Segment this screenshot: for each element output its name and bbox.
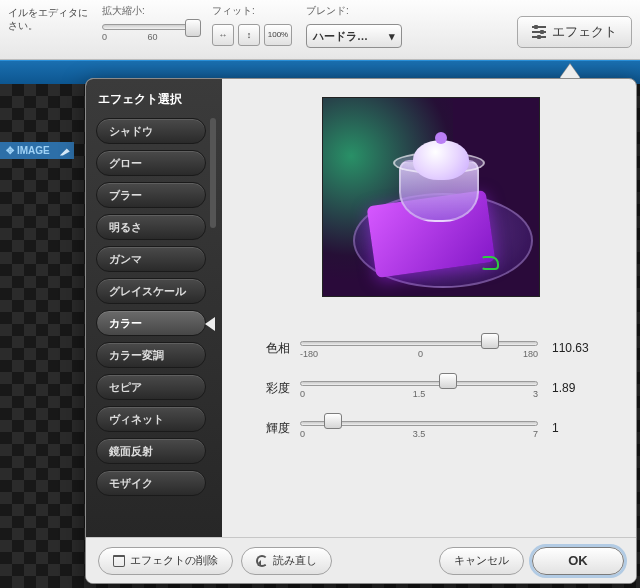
blend-value: ハードラ…	[313, 29, 368, 44]
dialog-footer: エフェクトの削除 読み直し キャンセル OK	[86, 537, 636, 583]
undo-icon	[256, 555, 268, 567]
image-badge[interactable]: ✥ IMAGE	[0, 142, 74, 159]
effect-item-6[interactable]: カラー	[96, 310, 206, 336]
effect-button-label: エフェクト	[552, 23, 617, 41]
hint-text: イルをエディタにさい。	[8, 4, 88, 32]
param-mid: 0	[418, 349, 423, 359]
param-row-1: 彩度01.531.89	[250, 377, 612, 399]
effect-item-5[interactable]: グレイスケール	[96, 278, 206, 304]
effect-item-0[interactable]: シャドウ	[96, 118, 206, 144]
effect-sidebar: エフェクト選択 シャドウグローブラー明るさガンマグレイスケールカラーカラー変調セ…	[86, 79, 222, 537]
effect-item-3[interactable]: 明るさ	[96, 214, 206, 240]
zoom-label: 拡大縮小:	[102, 4, 198, 18]
zoom-100pct-button[interactable]: 100%	[264, 24, 292, 46]
fit-label: フィット:	[212, 4, 292, 18]
param-label: 色相	[250, 340, 290, 357]
effect-item-9[interactable]: ヴィネット	[96, 406, 206, 432]
param-thumb[interactable]	[439, 373, 457, 389]
dialog-pointer	[560, 64, 580, 78]
effect-item-11[interactable]: モザイク	[96, 470, 206, 496]
top-toolbar: イルをエディタにさい。 拡大縮小: 0 60 フィット: ↔ ↕ 100% ブレ…	[0, 0, 640, 60]
param-row-0: 色相-1800180110.63	[250, 337, 612, 359]
param-min: 0	[300, 429, 305, 439]
delete-effect-label: エフェクトの削除	[130, 553, 218, 568]
effect-preview	[322, 97, 540, 297]
fit-group: フィット: ↔ ↕ 100%	[212, 4, 292, 46]
reset-button[interactable]: 読み直し	[241, 547, 332, 575]
fit-vertical-button[interactable]: ↕	[238, 24, 260, 46]
param-mid: 1.5	[413, 389, 426, 399]
effect-item-2[interactable]: ブラー	[96, 182, 206, 208]
effect-button[interactable]: エフェクト	[517, 16, 632, 48]
image-badge-text: IMAGE	[17, 145, 50, 156]
blend-label: ブレンド:	[306, 4, 402, 18]
param-slider[interactable]	[300, 421, 538, 426]
zoom-group: 拡大縮小: 0 60	[102, 4, 198, 42]
zoom-thumb[interactable]	[185, 19, 201, 37]
effect-item-1[interactable]: グロー	[96, 150, 206, 176]
param-min: 0	[300, 389, 305, 399]
sidebar-scrollbar[interactable]	[210, 118, 216, 228]
param-min: -180	[300, 349, 318, 359]
move-icon: ✥	[6, 145, 14, 156]
fit-horizontal-button[interactable]: ↔	[212, 24, 234, 46]
effect-item-7[interactable]: カラー変調	[96, 342, 206, 368]
image-badge-edit[interactable]	[56, 142, 74, 159]
delete-effect-button[interactable]: エフェクトの削除	[98, 547, 233, 575]
cancel-button[interactable]: キャンセル	[439, 547, 524, 575]
image-badge-move[interactable]: ✥ IMAGE	[0, 142, 56, 159]
chevron-down-icon: ▾	[389, 30, 395, 43]
cancel-label: キャンセル	[454, 553, 509, 568]
param-value: 1.89	[552, 381, 612, 395]
zoom-slider[interactable]	[102, 24, 198, 30]
param-label: 輝度	[250, 420, 290, 437]
reset-label: 読み直し	[273, 553, 317, 568]
param-value: 1	[552, 421, 612, 435]
param-thumb[interactable]	[481, 333, 499, 349]
dialog-title: エフェクト選択	[98, 91, 216, 108]
effect-item-10[interactable]: 鏡面反射	[96, 438, 206, 464]
param-max: 7	[533, 429, 538, 439]
blend-group: ブレンド: ハードラ… ▾	[306, 4, 402, 48]
pen-icon	[60, 146, 70, 156]
sliders-icon	[532, 26, 546, 38]
param-slider[interactable]	[300, 381, 538, 386]
effect-dialog: エフェクト選択 シャドウグローブラー明るさガンマグレイスケールカラーカラー変調セ…	[85, 78, 637, 584]
param-label: 彩度	[250, 380, 290, 397]
param-row-2: 輝度03.571	[250, 417, 612, 439]
zoom-min: 0	[102, 32, 107, 42]
param-value: 110.63	[552, 341, 612, 355]
effect-content: 色相-1800180110.63彩度01.531.89輝度03.571	[222, 79, 636, 537]
blend-mode-select[interactable]: ハードラ… ▾	[306, 24, 402, 48]
ok-label: OK	[568, 553, 588, 568]
effect-item-8[interactable]: セピア	[96, 374, 206, 400]
zoom-mid: 60	[148, 32, 158, 42]
param-max: 3	[533, 389, 538, 399]
param-max: 180	[523, 349, 538, 359]
param-slider[interactable]	[300, 341, 538, 346]
param-thumb[interactable]	[324, 413, 342, 429]
trash-icon	[113, 555, 125, 567]
effect-list[interactable]: シャドウグローブラー明るさガンマグレイスケールカラーカラー変調セピアヴィネット鏡…	[96, 118, 216, 531]
ok-button[interactable]: OK	[532, 547, 624, 575]
param-mid: 3.5	[413, 429, 426, 439]
effect-item-4[interactable]: ガンマ	[96, 246, 206, 272]
